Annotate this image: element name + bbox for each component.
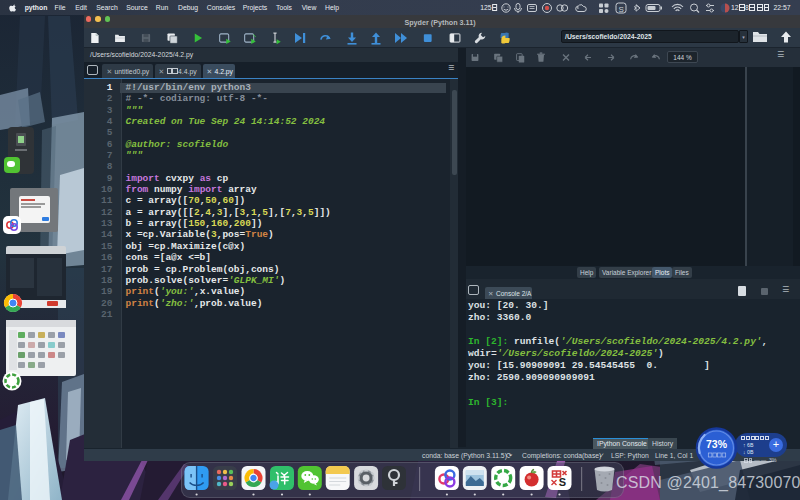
svg-text:S: S: [559, 476, 566, 488]
svg-text:S: S: [619, 5, 624, 14]
svg-text:73%: 73%: [706, 438, 728, 450]
